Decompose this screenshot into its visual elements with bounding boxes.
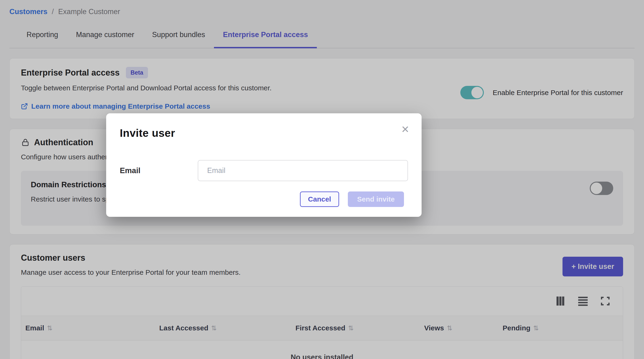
email-label: Email [120,166,198,175]
close-icon[interactable]: ✕ [401,125,409,134]
invite-user-modal: Invite user ✕ Email Cancel Send invite [106,113,422,217]
modal-title: Invite user [120,127,408,139]
email-field[interactable] [198,160,408,181]
invite-form: Email [120,160,408,181]
modal-actions: Cancel Send invite [120,191,408,207]
send-invite-button[interactable]: Send invite [348,191,404,207]
cancel-button[interactable]: Cancel [300,191,339,207]
